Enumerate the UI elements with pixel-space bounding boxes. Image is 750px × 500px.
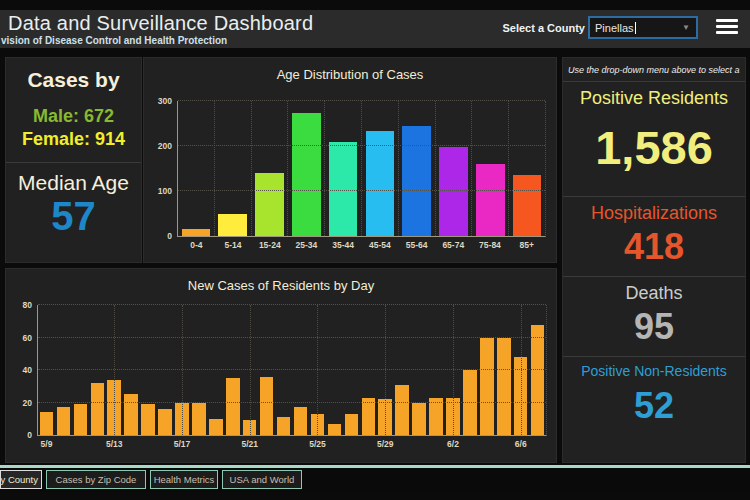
x-axis-tick-label: 35-44 xyxy=(325,236,362,252)
bar-5/9[interactable] xyxy=(40,412,54,435)
dropdown-hint-note: Use the drop-down menu above to select a xyxy=(563,58,745,82)
stat-value: 418 xyxy=(563,224,745,268)
bar-55-64[interactable] xyxy=(402,126,431,236)
x-axis-tick-label: 5-14 xyxy=(215,236,252,252)
bar-5/24[interactable] xyxy=(294,407,308,435)
x-axis-tick-label xyxy=(461,435,478,451)
gridline xyxy=(453,305,454,435)
stat-card-positive-non-residents: Positive Non-Residents 52 xyxy=(563,357,745,435)
y-axis-tick-label: 80 xyxy=(23,300,32,310)
bar-75-84[interactable] xyxy=(476,164,505,236)
gridline xyxy=(38,402,546,403)
x-axis-tick-label xyxy=(275,435,292,451)
page-title: Data and Surveillance Dashboard xyxy=(8,12,313,35)
bars-container xyxy=(178,101,545,236)
tab-cases-by-zip-code[interactable]: Cases by Zip Code xyxy=(46,470,146,489)
bar-85+[interactable] xyxy=(513,175,542,236)
y-axis-tick-label: 100 xyxy=(158,186,172,196)
bar-65-74[interactable] xyxy=(439,147,468,236)
bar-slot xyxy=(275,305,292,435)
bar-5/19[interactable] xyxy=(209,419,223,435)
bar-slot xyxy=(478,305,495,435)
bar-5/20[interactable] xyxy=(226,378,240,435)
bar-5/27[interactable] xyxy=(345,414,359,435)
bar-15-24[interactable] xyxy=(255,173,284,236)
bar-slot xyxy=(241,305,258,435)
x-axis-tick-label: 45-54 xyxy=(362,236,399,252)
x-axis-tick-label: 5/21 xyxy=(241,435,258,451)
bar-slot xyxy=(72,305,89,435)
bar-5-14[interactable] xyxy=(218,214,247,237)
x-axis-tick-label xyxy=(89,435,106,451)
county-dropdown[interactable]: Pinellas ▼ xyxy=(588,16,698,39)
bar-slot xyxy=(324,101,361,236)
stat-card-deaths: Deaths 95 xyxy=(563,277,745,357)
x-axis-tick-label xyxy=(190,435,207,451)
tab-cases-by-county[interactable]: by County xyxy=(0,470,42,489)
bar-5/22[interactable] xyxy=(260,377,274,436)
bar-5/16[interactable] xyxy=(158,409,172,435)
bar-5/18[interactable] xyxy=(192,403,206,436)
bar-0-4[interactable] xyxy=(182,229,211,236)
bar-25-34[interactable] xyxy=(292,113,321,236)
gridline xyxy=(38,337,546,338)
x-axis-tick-label: 0-4 xyxy=(178,236,215,252)
x-axis-tick-label xyxy=(428,435,445,451)
x-axis-tick-label xyxy=(258,435,275,451)
bar-6/1[interactable] xyxy=(429,398,443,435)
x-axis-tick-label xyxy=(140,435,157,451)
select-county-label: Select a County xyxy=(502,22,585,34)
tab-health-metrics[interactable]: Health Metrics xyxy=(150,470,218,489)
bar-35-44[interactable] xyxy=(329,142,358,236)
x-axis-tick-label: 85+ xyxy=(508,236,545,252)
header-bar: Data and Surveillance Dashboard vision o… xyxy=(0,10,750,48)
bar-6/3[interactable] xyxy=(463,370,477,435)
bar-45-54[interactable] xyxy=(366,131,395,236)
bar-slot xyxy=(377,305,394,435)
bar-5/31[interactable] xyxy=(412,403,426,436)
tab-usa-and-world[interactable]: USA and World xyxy=(222,470,302,489)
bar-slot xyxy=(123,305,140,435)
new-cases-by-day-chart: New Cases of Residents by Day 020406080 … xyxy=(5,268,557,463)
divider xyxy=(6,162,141,163)
age-distribution-chart: Age Distribution of Cases 0100200300 0-4… xyxy=(143,57,557,263)
bar-slot xyxy=(258,305,275,435)
x-axis-labels: 0-45-1415-2425-3435-4445-5455-6465-7475-… xyxy=(178,236,545,252)
female-cases-value: Female: 914 xyxy=(6,129,141,150)
bar-5/26[interactable] xyxy=(328,424,342,435)
hamburger-menu-button[interactable] xyxy=(716,19,738,37)
bar-slot xyxy=(157,305,174,435)
bar-slot xyxy=(207,305,224,435)
bar-5/15[interactable] xyxy=(141,404,155,435)
bar-5/30[interactable] xyxy=(395,385,409,435)
bar-5/10[interactable] xyxy=(57,407,71,435)
x-axis-tick-label xyxy=(529,435,546,451)
bar-6/4[interactable] xyxy=(480,338,494,436)
bar-slot xyxy=(55,305,72,435)
x-axis-tick-label xyxy=(207,435,224,451)
cases-by-title: Cases by xyxy=(6,68,141,92)
bar-slot xyxy=(411,305,428,435)
bar-slot xyxy=(89,305,106,435)
x-axis-tick-label xyxy=(224,435,241,451)
bar-slot xyxy=(224,305,241,435)
bar-6/7[interactable] xyxy=(531,325,545,436)
bar-5/12[interactable] xyxy=(91,383,105,435)
x-axis-tick-label xyxy=(123,435,140,451)
bar-5/14[interactable] xyxy=(124,394,138,435)
gridline xyxy=(250,305,251,435)
x-axis-tick-label: 5/13 xyxy=(106,435,123,451)
bar-5/23[interactable] xyxy=(277,417,291,435)
bar-6/5[interactable] xyxy=(497,338,511,436)
y-axis-tick-label: 300 xyxy=(158,96,172,106)
bar-5/11[interactable] xyxy=(74,404,88,435)
x-axis-tick-label xyxy=(292,435,309,451)
x-axis-tick-label xyxy=(343,435,360,451)
bar-slot xyxy=(361,101,398,236)
stat-value: 95 xyxy=(563,304,745,348)
y-axis-tick-label: 40 xyxy=(23,365,32,375)
bar-5/28[interactable] xyxy=(362,398,376,435)
y-axis-tick-label: 0 xyxy=(27,430,32,440)
bar-slot xyxy=(106,305,123,435)
gridline xyxy=(178,145,545,146)
